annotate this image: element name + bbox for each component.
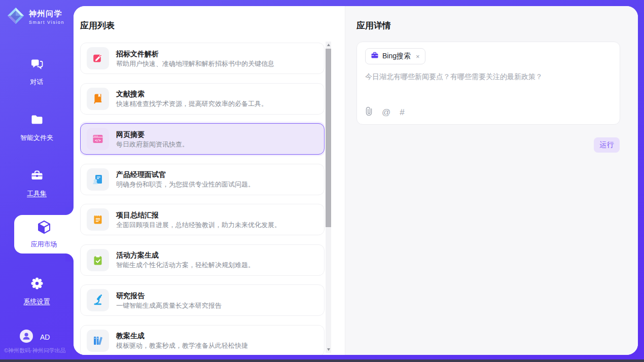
main-container: 应用列表 招标文件解析帮助用户快速、准确地理解和解析招标书中的关键信息文献搜索快… [74,6,638,355]
sidebar-item-smart-folder[interactable]: 智能文件夹 [0,113,74,142]
app-card[interactable]: 研究报告一键智能生成高质量长文本研究报告 [80,284,325,316]
brand-logo: 神州问学 Smart Vision [7,7,64,27]
sidebar-item-toolset[interactable]: 工具集 [0,168,74,198]
attachment-toolbar: @ # [365,106,405,118]
tool-tag-label: Bing搜索 [382,52,411,61]
at-mention-icon[interactable]: @ [382,108,390,117]
chat-icon [30,57,44,73]
app-card-description: 智能生成个性化活动方案，轻松解决规划难题。 [116,262,255,268]
app-card-title: 教案生成 [116,332,248,339]
sidebar-item-app-market-active[interactable]: 应用市场 [14,215,74,254]
tag-close-icon[interactable]: × [416,53,420,60]
browser-code-icon: </> [87,128,109,150]
hash-icon[interactable]: # [400,108,404,117]
brand-tagline: Smart Vision [29,20,64,25]
app-card[interactable]: 文献搜索快速精准查找学术资源，提高研究效率的必备工具。 [80,83,325,115]
edit-square-icon [87,47,109,69]
books-icon [87,330,109,352]
svg-text:</>: </> [95,138,101,142]
window-bottom-edge [0,359,644,362]
scrollbar-down-arrow-icon[interactable] [327,348,330,351]
briefcase-icon [371,51,379,61]
active-tab-notch-bottom [65,254,74,262]
app-card-title: 招标文件解析 [116,50,274,57]
app-card[interactable]: 项目总结汇报全面回顾项目进展，总结经验教训，助力未来优化发展。 [80,204,325,235]
app-list-scrollbar[interactable] [326,42,331,353]
app-card[interactable]: 活动方案生成智能生成个性化活动方案，轻松解决规划难题。 [80,244,325,276]
app-card-description: 帮助用户快速、准确地理解和解析招标书中的关键信息 [116,60,274,67]
app-list-pane: 应用列表 招标文件解析帮助用户快速、准确地理解和解析招标书中的关键信息文献搜索快… [74,6,345,355]
brand-name: 神州问学 [29,9,64,19]
app-card-description: 明确身份和职责，为您提供专业性的面试问题。 [116,181,255,188]
app-card-title: 网页摘要 [116,131,189,138]
person-doc-icon [87,168,109,191]
diamond-logo-icon [7,7,25,27]
sidebar: 神州问学 Smart Vision 对话 智能文件夹 [0,0,74,362]
microscope-icon [87,289,109,311]
app-card-description: 一键智能生成高质量长文本研究报告 [116,302,222,309]
sidebar-item-chat[interactable]: 对话 [0,57,74,87]
sidebar-item-label: 应用市场 [31,240,57,249]
app-list-title: 应用列表 [80,20,115,31]
clipboard-check-icon [87,249,109,271]
copyright-text: ©神州数码·神州问学出品 [4,347,66,354]
app-card[interactable]: 教案生成模板驱动，教案秒成，教学准备从此轻松快捷 [80,325,325,355]
run-button[interactable]: 运行 [594,137,620,153]
paperclip-icon[interactable] [365,106,373,118]
app-card-description: 每日政府新闻资讯快查。 [116,141,189,148]
gear-icon [30,276,44,293]
app-card-description: 全面回顾项目进展，总结经验教训，助力未来优化发展。 [116,222,281,228]
app-detail-pane: 应用详情 Bing搜索 × [345,6,638,355]
app-card-title: 项目总结汇报 [116,211,281,219]
app-card-title: 活动方案生成 [116,251,255,259]
app-detail-title: 应用详情 [356,20,391,31]
sidebar-item-label: 系统设置 [24,297,50,306]
scrollbar-thumb[interactable] [326,49,331,227]
app-card-title: 研究报告 [116,292,222,299]
active-tab-notch-top [65,207,74,215]
sidebar-item-label: 对话 [30,78,44,87]
user-label: AD [40,333,50,341]
app-card-title: 产品经理面试官 [116,171,255,178]
sidebar-item-label: 智能文件夹 [20,133,53,142]
book-icon [87,88,109,110]
cube-icon [37,220,52,237]
toolbox-icon [30,168,44,185]
sidebar-item-settings[interactable]: 系统设置 [0,276,74,306]
scrollbar-up-arrow-icon[interactable] [327,44,330,46]
query-card: Bing搜索 × @ # [356,42,620,125]
app-card[interactable]: 产品经理面试官明确身份和职责，为您提供专业性的面试问题。 [80,164,325,195]
app-card-description: 快速精准查找学术资源，提高研究效率的必备工具。 [116,100,268,107]
app-card[interactable]: </>网页摘要每日政府新闻资讯快查。 [80,123,325,155]
app-card-title: 文献搜索 [116,90,268,97]
app-list: 招标文件解析帮助用户快速、准确地理解和解析招标书中的关键信息文献搜索快速精准查找… [80,42,325,355]
user-account[interactable]: AD [20,330,50,345]
tool-tag-bing-search[interactable]: Bing搜索 × [365,48,425,64]
query-input[interactable] [365,73,611,102]
avatar [20,330,33,345]
folder-icon [30,113,44,129]
app-card[interactable]: 招标文件解析帮助用户快速、准确地理解和解析招标书中的关键信息 [80,43,325,74]
app-card-description: 模板驱动，教案秒成，教学准备从此轻松快捷 [116,342,248,349]
sidebar-item-label: 工具集 [27,189,47,198]
notepad-icon [87,208,109,231]
